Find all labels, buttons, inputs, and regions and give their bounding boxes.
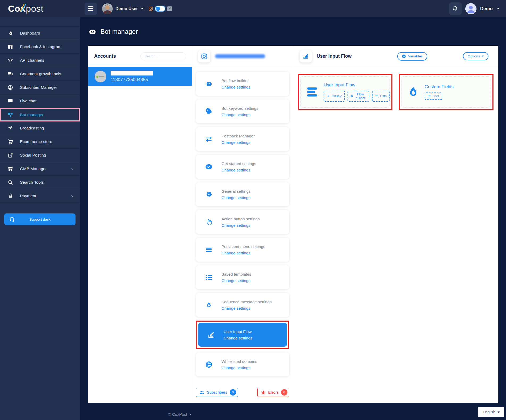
notifications-button[interactable] xyxy=(449,2,462,15)
change-settings-link[interactable]: Change settings xyxy=(221,366,257,370)
options-dropdown-button[interactable]: Options xyxy=(463,52,488,60)
sidebar-item-subscriber-manager[interactable]: Subscriber Manager xyxy=(0,81,80,94)
subscribers-count-badge: 0 xyxy=(230,389,236,396)
sidebar-toggle-button[interactable] xyxy=(85,3,97,15)
chat-bubble-icon xyxy=(7,98,13,104)
flow-card-title: User Input Flow xyxy=(324,82,390,88)
settings-card-persistent-menu[interactable]: Persistent menu settings Change settings xyxy=(196,238,289,262)
settings-card-saved-templates[interactable]: Saved templates Change settings xyxy=(196,265,289,289)
settings-card-postback-manager[interactable]: Postback Manager Change settings xyxy=(196,127,289,151)
sitemap-icon xyxy=(7,112,13,118)
plus-circle-icon xyxy=(402,54,406,58)
support-desk-button[interactable]: Support desk xyxy=(4,213,76,225)
profile-name-label: Demo xyxy=(480,6,493,11)
sidebar-item-social-posting[interactable]: Social Posting xyxy=(0,149,80,162)
change-settings-link[interactable]: Change settings xyxy=(221,112,258,117)
account-list-item-selected[interactable]: 113077735004355 xyxy=(88,67,192,86)
highlight-frame-custom-fields-card: Custom Fields Lists xyxy=(399,74,494,110)
sidebar-item-bot-manager[interactable]: Bot manager xyxy=(0,108,80,121)
change-settings-link[interactable]: Change settings xyxy=(221,85,250,89)
settings-card-bot-flow-builder[interactable]: Bot flow builder Change settings xyxy=(196,72,289,96)
sidebar-item-api-channels[interactable]: API channels xyxy=(0,54,80,67)
flame-icon xyxy=(7,30,13,36)
platform-switch xyxy=(148,6,172,12)
logo-text-light: post xyxy=(26,3,43,14)
exchange-arrows-icon xyxy=(196,136,221,143)
accounts-header: Accounts xyxy=(88,46,192,67)
top-navbar: Co x post Demo User xyxy=(0,0,506,17)
lists-button[interactable]: Lists xyxy=(372,91,390,102)
account-name-redacted xyxy=(111,71,153,75)
settings-card-get-started[interactable]: Get started settings Change settings xyxy=(196,155,289,179)
sidebar-item-live-chat[interactable]: Live chat xyxy=(0,94,80,108)
bell-icon xyxy=(452,6,458,12)
errors-button[interactable]: Errors 0 xyxy=(257,388,289,397)
instagram-icon xyxy=(148,6,153,11)
instagram-icon xyxy=(198,50,210,62)
change-settings-link[interactable]: Change settings xyxy=(221,251,265,255)
settings-card-whitelisted-domains[interactable]: Whitelisted domains Change settings xyxy=(196,352,289,376)
settings-card-action-button[interactable]: Action button settings Change settings xyxy=(196,210,289,234)
footer-copyright: © CoxPost • xyxy=(168,412,191,417)
change-settings-link[interactable]: Change settings xyxy=(221,306,271,310)
language-dropdown-button[interactable]: English xyxy=(478,407,504,417)
settings-card-sequence-message[interactable]: Sequence message settings Change setting… xyxy=(196,293,289,317)
stack-icon xyxy=(198,331,224,338)
flow-builder-button[interactable]: Flow builder xyxy=(348,91,370,102)
coxpost-logo[interactable]: Co x post xyxy=(0,3,80,14)
user-circle-icon xyxy=(7,85,13,90)
variables-button[interactable]: Variables xyxy=(397,52,427,61)
content-panels: Accounts 113077735004355 xyxy=(88,46,498,403)
sidebar-item-payment[interactable]: Payment › xyxy=(0,189,80,203)
platform-toggle[interactable] xyxy=(155,6,165,12)
droplet-icon xyxy=(196,301,221,309)
account-title-redacted xyxy=(215,54,265,58)
user-input-flow-card: User Input Flow Classic Flow builder xyxy=(300,76,390,108)
change-settings-link[interactable]: Change settings xyxy=(221,223,260,228)
coxpost-app: Co x post Demo User xyxy=(0,0,506,420)
chevron-right-icon: › xyxy=(71,166,73,171)
user-input-flow-panel: User Input Flow Variables Options xyxy=(293,46,498,403)
lists-button[interactable]: Lists xyxy=(425,93,442,100)
change-settings-link[interactable]: Change settings xyxy=(224,336,252,340)
accounts-panel: Accounts 113077735004355 xyxy=(88,46,192,403)
plus-icon xyxy=(327,94,330,98)
sidebar-menu: Dashboard Facebook & Instagram API chann… xyxy=(0,26,80,203)
navbar-user-menu[interactable]: Demo User xyxy=(102,3,144,14)
sidebar-item-dashboard[interactable]: Dashboard xyxy=(0,27,80,40)
sidebar-item-comment-growth-tools[interactable]: Comment growth tools xyxy=(0,67,80,81)
support-desk-label: Support desk xyxy=(29,217,51,221)
check-ellipse-icon xyxy=(196,163,221,170)
custom-fields-card: Custom Fields Lists xyxy=(402,76,491,108)
sidebar-item-gmb-manager[interactable]: GMB Manager › xyxy=(0,162,80,176)
gear-icon xyxy=(196,191,221,198)
stack-icon xyxy=(300,50,312,62)
sidebar-item-broadcasting[interactable]: Broadcasting xyxy=(0,121,80,135)
change-settings-link[interactable]: Change settings xyxy=(221,278,251,283)
subscribers-button[interactable]: Subscribers 0 xyxy=(196,388,238,397)
settings-panel-header xyxy=(192,46,293,67)
avatar-logo-scribble xyxy=(99,76,104,77)
change-settings-link[interactable]: Change settings xyxy=(221,168,256,172)
account-id: 113077735004355 xyxy=(111,77,153,82)
bars-icon xyxy=(301,87,324,96)
sidebar-item-ecommerce-store[interactable]: Ecommerce store xyxy=(0,135,80,149)
change-settings-link[interactable]: Change settings xyxy=(221,195,250,200)
task-list-icon xyxy=(196,274,221,281)
logo-text-bold: Co xyxy=(8,3,20,14)
classic-button[interactable]: Classic xyxy=(324,91,345,102)
profile-avatar[interactable] xyxy=(465,3,476,14)
wifi-icon xyxy=(7,57,13,63)
flow-card-list: User Input Flow Classic Flow builder xyxy=(293,67,498,110)
settings-card-bot-keyword[interactable]: Bot keyword settings Change settings xyxy=(196,99,289,123)
accounts-search-input[interactable] xyxy=(140,52,186,60)
account-avatar xyxy=(95,71,106,82)
settings-card-user-input-flow[interactable]: User Input Flow Change settings xyxy=(198,323,287,347)
sidebar-item-facebook-instagram[interactable]: Facebook & Instagram xyxy=(0,40,80,54)
flow-panel-header: User Input Flow Variables Options xyxy=(293,46,498,67)
sidebar-item-search-tools[interactable]: Search Tools xyxy=(0,176,80,189)
settings-card-general-settings[interactable]: General settings Change settings xyxy=(196,182,289,206)
highlight-frame-user-input-flow-card: User Input Flow Classic Flow builder xyxy=(298,74,392,110)
hamburger-icon xyxy=(88,6,93,7)
change-settings-link[interactable]: Change settings xyxy=(221,140,255,145)
